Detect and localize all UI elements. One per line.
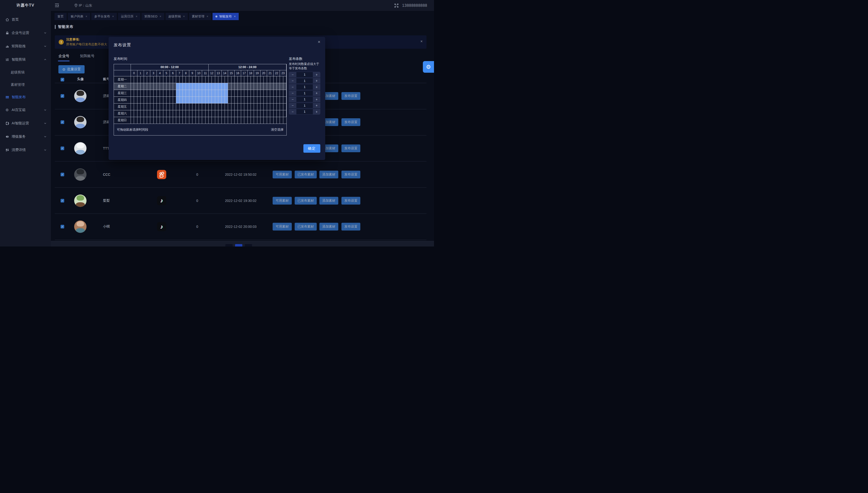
- grid-cell[interactable]: [241, 110, 244, 117]
- grid-cell[interactable]: [192, 90, 196, 97]
- grid-cell[interactable]: [212, 104, 215, 110]
- grid-cell[interactable]: [274, 76, 277, 83]
- grid-cell[interactable]: [199, 90, 202, 97]
- stepper-minus-button[interactable]: −: [289, 103, 296, 109]
- grid-cell[interactable]: [277, 97, 280, 104]
- grid-cell[interactable]: [147, 104, 150, 110]
- stepper-value[interactable]: 1: [296, 78, 313, 84]
- grid-cell[interactable]: [137, 76, 140, 83]
- grid-cell[interactable]: [183, 76, 186, 83]
- grid-cell[interactable]: [154, 76, 157, 83]
- row-checkbox[interactable]: ✓: [61, 173, 64, 176]
- grid-cell[interactable]: [140, 117, 144, 124]
- grid-cell[interactable]: [225, 76, 228, 83]
- grid-cell[interactable]: [267, 104, 270, 110]
- grid-cell[interactable]: [179, 117, 183, 124]
- batch-settings-button[interactable]: ⚙ 批量设置: [59, 65, 85, 73]
- stepper-plus-button[interactable]: +: [313, 103, 320, 109]
- grid-cell[interactable]: [137, 110, 140, 117]
- grid-cell[interactable]: [222, 104, 225, 110]
- grid-cell[interactable]: [150, 90, 153, 97]
- grid-cell[interactable]: [144, 76, 147, 83]
- grid-cell[interactable]: [270, 97, 273, 104]
- grid-cell[interactable]: [251, 90, 254, 97]
- grid-cell[interactable]: [235, 104, 238, 110]
- grid-cell[interactable]: [232, 76, 235, 83]
- grid-cell[interactable]: [212, 110, 215, 117]
- modal-close-icon[interactable]: ×: [318, 39, 320, 45]
- grid-cell[interactable]: [238, 110, 241, 117]
- grid-cell[interactable]: [248, 90, 251, 97]
- grid-cell[interactable]: [238, 83, 241, 90]
- grid-cell[interactable]: [157, 90, 160, 97]
- grid-cell[interactable]: [222, 76, 225, 83]
- grid-cell[interactable]: [215, 76, 218, 83]
- grid-cell[interactable]: [140, 90, 144, 97]
- grid-cell[interactable]: [215, 110, 218, 117]
- grid-cell[interactable]: [160, 97, 163, 104]
- grid-cell[interactable]: [264, 104, 267, 110]
- select-all-checkbox[interactable]: ✓: [61, 78, 64, 82]
- grid-cell[interactable]: [274, 104, 277, 110]
- action-button-3[interactable]: 发布设置: [342, 92, 360, 100]
- grid-cell[interactable]: [157, 97, 160, 104]
- grid-cell[interactable]: [205, 110, 209, 117]
- grid-cell[interactable]: [277, 104, 280, 110]
- tab-1[interactable]: 账户列表×: [68, 13, 90, 20]
- grid-cell[interactable]: [137, 90, 140, 97]
- grid-cell[interactable]: [267, 83, 270, 90]
- grid-cell[interactable]: [283, 104, 286, 110]
- grid-cell[interactable]: [147, 83, 150, 90]
- grid-cell[interactable]: [251, 76, 254, 83]
- tab-7[interactable]: 智能发布×: [213, 13, 239, 20]
- grid-cell[interactable]: [257, 97, 260, 104]
- grid-cell[interactable]: [244, 117, 247, 124]
- subtab-1[interactable]: 矩阵账号: [80, 54, 94, 61]
- tab-close-icon[interactable]: ×: [86, 15, 87, 18]
- grid-cell[interactable]: [225, 110, 228, 117]
- grid-cell[interactable]: [209, 104, 212, 110]
- grid-cell[interactable]: [170, 83, 173, 90]
- grid-cell[interactable]: [260, 117, 264, 124]
- grid-cell[interactable]: [241, 97, 244, 104]
- grid-cell[interactable]: [228, 117, 231, 124]
- grid-cell[interactable]: [218, 83, 221, 90]
- sidebar-item-4[interactable]: ⚙AI百宝箱: [0, 103, 51, 116]
- grid-cell[interactable]: [186, 104, 189, 110]
- grid-cell[interactable]: [251, 117, 254, 124]
- grid-cell[interactable]: [218, 76, 221, 83]
- grid-cell[interactable]: [183, 83, 186, 90]
- grid-cell[interactable]: [144, 83, 147, 90]
- grid-cell[interactable]: [267, 76, 270, 83]
- grid-cell[interactable]: [157, 110, 160, 117]
- grid-cell[interactable]: [241, 83, 244, 90]
- grid-cell[interactable]: [150, 97, 153, 104]
- grid-cell[interactable]: [280, 110, 283, 117]
- grid-cell[interactable]: [257, 117, 260, 124]
- sidebar-item-5[interactable]: AI智能运营: [0, 116, 51, 130]
- grid-cell[interactable]: [238, 76, 241, 83]
- grid-cell[interactable]: [215, 83, 218, 90]
- grid-cell[interactable]: [140, 104, 144, 110]
- grid-cell[interactable]: [205, 90, 209, 97]
- stepper-minus-button[interactable]: −: [289, 97, 296, 102]
- grid-cell[interactable]: [154, 110, 157, 117]
- grid-cell[interactable]: [160, 104, 163, 110]
- grid-cell[interactable]: [274, 110, 277, 117]
- grid-cell[interactable]: [173, 104, 176, 110]
- row-checkbox[interactable]: ✓: [61, 94, 64, 98]
- grid-cell[interactable]: [241, 90, 244, 97]
- action-button-0[interactable]: 可用素材: [273, 197, 292, 205]
- grid-cell[interactable]: [134, 117, 137, 124]
- grid-cell[interactable]: [150, 110, 153, 117]
- grid-cell[interactable]: [150, 83, 153, 90]
- action-button-3[interactable]: 发布设置: [342, 197, 360, 205]
- grid-cell[interactable]: [147, 76, 150, 83]
- grid-cell[interactable]: [228, 97, 231, 104]
- grid-cell[interactable]: [131, 97, 134, 104]
- row-checkbox[interactable]: ✓: [61, 199, 64, 202]
- grid-cell[interactable]: [238, 97, 241, 104]
- grid-cell[interactable]: [134, 110, 137, 117]
- grid-cell[interactable]: [277, 76, 280, 83]
- grid-cell[interactable]: [147, 117, 150, 124]
